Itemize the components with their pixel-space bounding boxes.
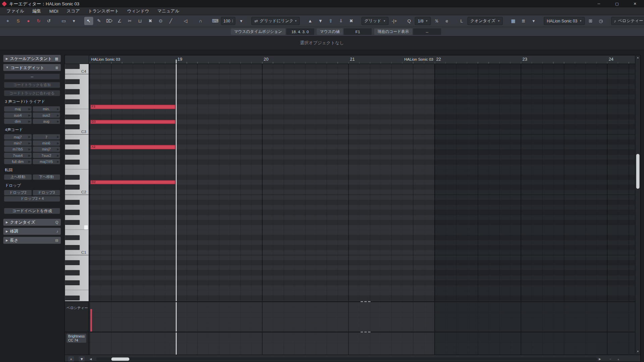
octave-down-icon[interactable]: ⇩ bbox=[336, 17, 345, 25]
v-scrollbar-thumb[interactable] bbox=[636, 154, 640, 189]
add-chord-track-button[interactable]: コードトラックを追加 bbox=[4, 82, 60, 88]
velocity-bar[interactable] bbox=[90, 309, 92, 331]
record-button[interactable]: ● bbox=[24, 17, 33, 25]
insert-velocity-spinner[interactable]: 100▴▾ bbox=[221, 17, 235, 25]
time-format-icon[interactable]: ◷ bbox=[596, 17, 605, 25]
loop-icon[interactable]: ∩ bbox=[196, 17, 205, 25]
panel-chord-edit[interactable]: ▼ コードエディット ≣ bbox=[3, 64, 61, 71]
info-field-value[interactable]: -- bbox=[413, 28, 441, 35]
seventh-chord-button[interactable]: maj7/#5▶ bbox=[33, 159, 60, 164]
menu-item[interactable]: マニュアル bbox=[153, 8, 183, 14]
zoom-in-icon[interactable]: ＋ bbox=[617, 358, 620, 362]
nudge-down-icon[interactable]: ▼ bbox=[316, 17, 325, 25]
menu-item[interactable]: MIDI bbox=[45, 9, 63, 14]
octave-up-icon[interactable]: ⇧ bbox=[326, 17, 335, 25]
panel-長さ[interactable]: ▶長さ⊟ bbox=[3, 237, 61, 244]
black-key[interactable] bbox=[65, 139, 79, 144]
erase-tool[interactable]: ⌦ bbox=[105, 17, 114, 25]
panel-移調[interactable]: ▶移調♪ bbox=[3, 228, 61, 235]
seventh-chord-button[interactable]: full dim▶ bbox=[4, 159, 31, 164]
black-key[interactable] bbox=[65, 210, 79, 215]
crossed-icon[interactable]: ✖ bbox=[347, 17, 356, 25]
mute-tool[interactable]: ✖ bbox=[146, 17, 155, 25]
info-field-value[interactable]: 18. 4. 3. 0 bbox=[286, 28, 314, 35]
quantize-panel-icon[interactable]: e bbox=[442, 17, 451, 25]
zoom-out-icon[interactable]: − bbox=[609, 358, 611, 361]
velocity-area[interactable] bbox=[89, 302, 635, 331]
triad-chord-button[interactable]: dim▶ bbox=[4, 119, 31, 124]
black-key[interactable] bbox=[65, 185, 79, 190]
black-key[interactable] bbox=[65, 79, 79, 84]
acoustic-feedback-icon[interactable]: ◁ bbox=[181, 17, 190, 25]
part-border-caret-icon[interactable]: ▾ bbox=[69, 17, 78, 25]
drop-2-4-button[interactable]: ドロップ2 + 4 bbox=[4, 196, 60, 201]
grid-adjust-icon[interactable]: -|+ bbox=[390, 17, 399, 25]
black-key[interactable] bbox=[65, 149, 79, 155]
playhead[interactable] bbox=[176, 64, 176, 301]
triad-chord-button[interactable]: maj▶ bbox=[4, 106, 31, 112]
part-layers-icon[interactable]: ≣ bbox=[519, 17, 528, 25]
note-grid[interactable]: F3D3A2D2 bbox=[89, 64, 635, 301]
ruler[interactable]: HALion Sonic 03 HALion Sonic 03 19202122… bbox=[89, 55, 635, 63]
grid-type-combo[interactable]: グリッド▼ bbox=[362, 17, 389, 25]
scroll-up-icon[interactable]: ▲ bbox=[635, 56, 640, 59]
h-scrollbar-thumb[interactable] bbox=[111, 358, 129, 361]
solo-button[interactable]: S bbox=[13, 17, 22, 25]
insert-velocity-caret-icon[interactable]: ▾ bbox=[237, 17, 246, 25]
step-input-icon[interactable]: ⌨ bbox=[211, 17, 220, 25]
seventh-chord-button[interactable]: minj7▶ bbox=[33, 146, 60, 152]
black-key[interactable] bbox=[65, 124, 79, 129]
seventh-chord-button[interactable]: 7▶ bbox=[33, 134, 60, 139]
info-field-value[interactable]: F1 bbox=[344, 28, 372, 35]
part-edit-mode-icon[interactable]: ▦ bbox=[508, 17, 518, 25]
zoom-tool[interactable]: ⊙ bbox=[156, 17, 165, 25]
black-key[interactable] bbox=[65, 89, 79, 94]
midi-note-F3[interactable]: F3 bbox=[90, 105, 175, 109]
drop-button[interactable]: ドロップ2 bbox=[4, 190, 31, 195]
black-key[interactable] bbox=[65, 114, 79, 119]
close-button[interactable]: ✕ bbox=[626, 0, 644, 7]
midi-note-D3[interactable]: D3 bbox=[90, 120, 175, 124]
midi-note-A2[interactable]: A2 bbox=[90, 145, 175, 149]
triad-chord-button[interactable]: aug▶ bbox=[33, 119, 60, 124]
black-key[interactable] bbox=[65, 64, 79, 69]
inversion-button[interactable]: 上へ移動 bbox=[4, 174, 31, 180]
black-key[interactable] bbox=[65, 260, 79, 265]
black-key[interactable] bbox=[65, 160, 79, 165]
show-part-borders-icon[interactable]: ⊞ bbox=[586, 17, 595, 25]
match-chord-track-button[interactable]: コードトラックに合わせる bbox=[4, 90, 60, 96]
seventh-chord-button[interactable]: min6▶ bbox=[33, 140, 60, 146]
drop-button[interactable]: ドロップ3 bbox=[33, 190, 60, 195]
event-colors-combo[interactable]: ♪ベロシティー▼ bbox=[611, 17, 644, 25]
midi-note-D2[interactable]: D2 bbox=[90, 180, 175, 184]
line-tool[interactable]: ╱ bbox=[166, 17, 175, 25]
trim-tool[interactable]: ∠ bbox=[115, 17, 124, 25]
triad-chord-button[interactable]: min.▶ bbox=[33, 106, 60, 112]
feedback-loop-button[interactable]: ↺ bbox=[44, 17, 53, 25]
iterative-quantize-icon[interactable]: ％ bbox=[432, 17, 441, 25]
cc-lane-label[interactable]: Brightness CC 74 bbox=[66, 334, 86, 343]
scroll-right-icon[interactable]: ▶ bbox=[599, 358, 601, 361]
black-key[interactable] bbox=[65, 220, 79, 225]
seventh-chord-button[interactable]: m7/b5▶ bbox=[4, 146, 31, 152]
black-key[interactable] bbox=[65, 175, 79, 180]
seventh-chord-button[interactable]: 7sus4▶ bbox=[4, 153, 31, 158]
black-key[interactable] bbox=[65, 245, 79, 250]
triad-chord-button[interactable]: sus4▶ bbox=[4, 113, 31, 118]
black-key[interactable] bbox=[65, 200, 79, 205]
pin-icon[interactable]: ⌖ bbox=[3, 17, 12, 25]
create-chord-event-button[interactable]: コードイベントを作成 bbox=[4, 208, 60, 214]
triad-chord-button[interactable]: sus2▶ bbox=[33, 113, 60, 118]
quantize-preset-combo[interactable]: 1/8▼ bbox=[415, 17, 431, 25]
lane-preset-button[interactable]: ▼ bbox=[79, 356, 85, 362]
nudge-up-icon[interactable]: ▲ bbox=[306, 17, 315, 25]
panel-クオンタイズ[interactable]: ▶クオンタイズQ bbox=[3, 219, 61, 226]
menu-item[interactable]: スコア bbox=[62, 8, 84, 14]
menu-item[interactable]: 編集 bbox=[28, 8, 45, 14]
panel-scale-assistant[interactable]: ▶ スケールアシスタント ▦ bbox=[3, 55, 61, 62]
minimize-button[interactable]: ─ bbox=[590, 0, 608, 7]
inversion-button[interactable]: 下へ移動 bbox=[33, 174, 60, 180]
menu-item[interactable]: ウィンドウ bbox=[123, 8, 153, 14]
cc-area[interactable] bbox=[89, 333, 635, 355]
part-border-icon[interactable]: ▭ bbox=[59, 17, 68, 25]
